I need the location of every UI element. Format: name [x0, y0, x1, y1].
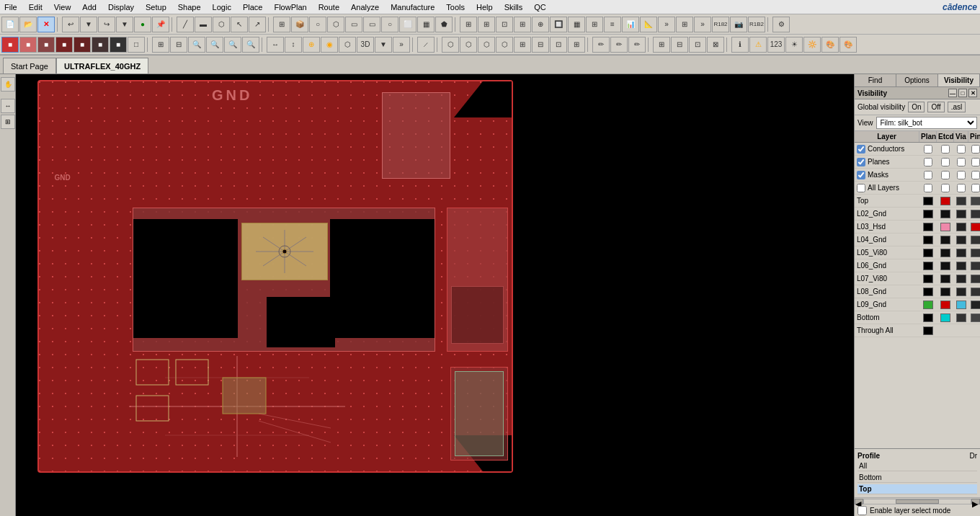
tool2[interactable]: ▬: [195, 17, 212, 32]
l09-c1[interactable]: [923, 301, 933, 309]
tab-find[interactable]: Find: [855, 74, 896, 86]
col2[interactable]: 🎨: [839, 37, 857, 53]
tool8[interactable]: ○: [309, 17, 326, 32]
l03-c2[interactable]: [940, 223, 950, 231]
mode5[interactable]: ■: [74, 37, 91, 53]
l04-c2[interactable]: [940, 236, 950, 244]
top-color3[interactable]: [956, 197, 966, 205]
l08-c1[interactable]: [923, 288, 933, 296]
tool19[interactable]: 🔲: [550, 17, 567, 32]
more2-btn[interactable]: »: [393, 37, 410, 53]
tool24[interactable]: 📐: [640, 17, 657, 32]
zoom-in[interactable]: 🔍: [188, 37, 205, 53]
conductors-plan[interactable]: [924, 145, 932, 154]
close-button[interactable]: ✕: [37, 17, 55, 32]
sun-btn[interactable]: ☀: [785, 37, 803, 53]
edit1[interactable]: ✏: [592, 37, 610, 53]
zoom-fit[interactable]: 🔍: [224, 37, 241, 53]
planes-pin[interactable]: [971, 158, 980, 166]
edit2[interactable]: ✏: [610, 37, 628, 53]
tool12[interactable]: ○: [381, 17, 398, 32]
tool5[interactable]: ↗: [249, 17, 266, 32]
grid-btn[interactable]: ⊞: [460, 17, 477, 32]
layer-row-top[interactable]: Top: [855, 195, 980, 208]
l08-c4[interactable]: [971, 288, 980, 296]
tool20[interactable]: ▦: [568, 17, 585, 32]
view2[interactable]: ⊟: [170, 37, 187, 53]
masks-checkbox[interactable]: [857, 171, 865, 179]
layer-row-l04[interactable]: L04_Gnd: [855, 233, 980, 246]
l09-c4[interactable]: [971, 301, 980, 309]
layer-row-bottom[interactable]: Bottom: [855, 311, 980, 324]
tab-ultraflex[interactable]: ULTRAFLEX_40GHZ: [56, 58, 148, 74]
gv-asl-btn[interactable]: .asl: [948, 102, 966, 112]
conductors-via[interactable]: [957, 145, 966, 154]
l07-c3[interactable]: [956, 275, 966, 283]
menu-skills[interactable]: Skills: [503, 3, 525, 12]
l05-c4[interactable]: [971, 249, 980, 257]
menu-flowplan[interactable]: FlowPlan: [272, 3, 308, 12]
menu-manufacture[interactable]: Manufacture: [389, 3, 436, 12]
profile-item-all[interactable]: All: [858, 461, 977, 471]
layer-row-l06[interactable]: L06_Gnd: [855, 259, 980, 272]
mode3[interactable]: ■: [37, 37, 55, 53]
l09-c3[interactable]: [956, 301, 966, 309]
masks-pin[interactable]: [971, 171, 980, 179]
ta-c1[interactable]: [923, 326, 933, 335]
left-tool2[interactable]: ↔: [1, 99, 15, 113]
zoom-out[interactable]: 🔍: [206, 37, 223, 53]
tool10[interactable]: ▭: [345, 17, 362, 32]
tool16[interactable]: ⊡: [496, 17, 513, 32]
enable-layer-select-checkbox[interactable]: [858, 506, 867, 515]
tool15[interactable]: ⬟: [435, 17, 453, 32]
save-button[interactable]: ●: [134, 17, 151, 32]
pkg7[interactable]: ⊡: [550, 37, 567, 53]
menu-setup[interactable]: Setup: [144, 3, 168, 12]
tab-visibility[interactable]: Visibility: [938, 74, 980, 86]
profile-item-top[interactable]: Top: [858, 484, 977, 494]
view1[interactable]: ⊞: [152, 37, 169, 53]
redo-button[interactable]: ↪: [98, 17, 115, 32]
l05-c3[interactable]: [956, 249, 966, 257]
undo-button[interactable]: ↩: [62, 17, 79, 32]
planes-checkbox[interactable]: [857, 158, 865, 166]
planes-plan[interactable]: [924, 158, 932, 166]
tool28[interactable]: R1B2: [748, 17, 765, 32]
l08-c3[interactable]: [956, 288, 966, 296]
warn-btn[interactable]: ⚠: [749, 37, 767, 53]
layer-row-l02[interactable]: L02_Gnd: [855, 208, 980, 221]
vis4[interactable]: ⊠: [707, 37, 724, 53]
tool11[interactable]: ▭: [363, 17, 380, 32]
l06-c1[interactable]: [923, 262, 933, 270]
vis-minimize[interactable]: —: [948, 89, 957, 97]
bright-btn[interactable]: 🔆: [803, 37, 821, 53]
mode7[interactable]: ■: [110, 37, 127, 53]
new-button[interactable]: 📄: [1, 17, 19, 32]
tool13[interactable]: ⬜: [399, 17, 416, 32]
conductors-checkbox[interactable]: [857, 145, 865, 154]
tool14[interactable]: ▦: [417, 17, 435, 32]
more-btn[interactable]: »: [658, 17, 675, 32]
all-layers-checkbox[interactable]: [857, 184, 865, 192]
view3d-drop[interactable]: ▼: [375, 37, 392, 53]
menu-view[interactable]: View: [53, 3, 73, 12]
pan1[interactable]: ↔: [267, 37, 284, 53]
view3d[interactable]: 3D: [357, 37, 374, 53]
pin-button[interactable]: 📌: [152, 17, 169, 32]
pkg4[interactable]: ⬡: [496, 37, 513, 53]
menu-edit[interactable]: Edit: [27, 3, 44, 12]
tool23[interactable]: 📊: [622, 17, 639, 32]
tab-start-page[interactable]: Start Page: [3, 58, 56, 74]
all-via[interactable]: [957, 184, 966, 192]
count-btn[interactable]: 123: [767, 37, 785, 53]
l02-c4[interactable]: [971, 210, 980, 218]
l03-c1[interactable]: [923, 223, 933, 231]
l06-c3[interactable]: [956, 262, 966, 270]
tab-options[interactable]: Options: [896, 74, 938, 86]
l06-c4[interactable]: [971, 262, 980, 270]
menu-help[interactable]: Help: [475, 3, 494, 12]
scrollbar-h[interactable]: ◀ ▶: [855, 497, 980, 504]
layer-row-l03[interactable]: L03_Hsd: [855, 221, 980, 233]
vis-close[interactable]: ✕: [968, 89, 977, 97]
tool21[interactable]: ⊞: [586, 17, 603, 32]
